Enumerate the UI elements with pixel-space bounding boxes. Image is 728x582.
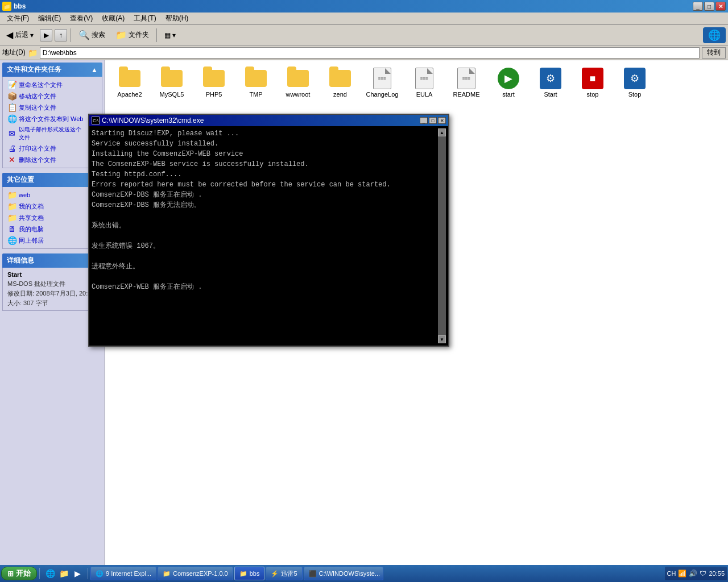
stop-small-label: stop: [587, 91, 599, 98]
file-icons-row: Apache2 MySQL5 PHP5: [105, 60, 728, 105]
maximize-button[interactable]: □: [704, 2, 714, 11]
taskbar-bbs-task[interactable]: 📁 bbs: [234, 567, 265, 580]
file-item-changelog[interactable]: ≡≡≡ ChangeLog: [362, 65, 402, 100]
taskbar-network-icon[interactable]: 📶: [678, 569, 686, 577]
start-label: 开始: [16, 568, 31, 579]
address-folder-icon: 📁: [28, 48, 38, 57]
taskbar-ie-task[interactable]: 🌐 9 Internet Expl...: [90, 567, 156, 580]
file-item-wwwroot[interactable]: wwwroot: [278, 65, 318, 100]
search-icon: 🔍: [78, 30, 90, 40]
menu-view[interactable]: 查看(V): [65, 13, 97, 24]
goto-button[interactable]: 转到: [702, 47, 726, 59]
cmd-minimize-button[interactable]: _: [420, 117, 428, 124]
email-label: 以电子邮件形式发送这个文件: [19, 126, 81, 142]
other-places-header[interactable]: 其它位置 ▲: [2, 173, 102, 187]
menu-edit[interactable]: 编辑(E): [34, 13, 65, 24]
details-title: 详细信息: [7, 256, 34, 265]
readme-icon-img: ≡≡≡: [455, 67, 478, 90]
taskbar-speaker-icon[interactable]: 🔊: [689, 569, 697, 577]
nav-mydocs-link[interactable]: 📁 我的文档: [7, 201, 97, 212]
file-item-zend[interactable]: zend: [320, 65, 360, 100]
nav-mypc-link[interactable]: 🖥 我的电脑: [7, 223, 97, 235]
publish-label: 将这个文件发布到 Web: [19, 115, 83, 123]
wwwroot-icon-img: [287, 67, 309, 90]
print-link[interactable]: 🖨 打印这个文件: [7, 143, 97, 154]
web-folder-icon: 📁: [7, 190, 16, 199]
close-button[interactable]: ✕: [715, 2, 726, 11]
file-tasks-header[interactable]: 文件和文件夹任务 ▲: [2, 63, 102, 77]
stop-large-icon-img: ⚙: [623, 67, 646, 90]
taskbar-ie-icon[interactable]: 🌐: [44, 568, 56, 579]
start-small-label: start: [502, 91, 514, 98]
taskbar-xunlei-task[interactable]: ⚡ 迅雷5: [266, 567, 302, 580]
title-bar-left: 📁 bbs: [2, 2, 26, 11]
taskbar-bbs-task-icon: 📁: [239, 570, 247, 577]
back-dropdown-icon: ▾: [30, 31, 34, 39]
taskbar-cmd-task-icon: ⬛: [309, 570, 317, 577]
file-item-readme[interactable]: ≡≡≡ README: [446, 65, 486, 100]
taskbar-sep-2: [88, 568, 88, 579]
nav-web-link[interactable]: 📁 web: [7, 189, 97, 201]
other-places-body: 📁 web 📁 我的文档 📁 共享文档 🖥 我的电脑: [2, 187, 102, 249]
detail-filename: Start: [7, 270, 97, 279]
taskbar-media-icon[interactable]: ▶: [72, 568, 83, 579]
cmd-scroll-down-button[interactable]: ▼: [438, 335, 446, 343]
menu-tools[interactable]: 工具(T): [129, 13, 160, 24]
search-button[interactable]: 🔍 搜索: [75, 27, 109, 43]
copy-link[interactable]: 📋 复制这个文件: [7, 102, 97, 113]
window-icon: 📁: [2, 2, 11, 11]
cmd-maximize-button[interactable]: □: [429, 117, 437, 124]
nav-network-link[interactable]: 🌐 网上邻居: [7, 235, 97, 246]
eula-label: EULA: [416, 91, 433, 98]
details-header[interactable]: 详细信息 ▲: [2, 253, 102, 268]
file-item-eula[interactable]: ≡≡≡ EULA: [404, 65, 444, 100]
file-item-mysql5[interactable]: MySQL5: [152, 65, 192, 100]
other-places-section: 其它位置 ▲ 📁 web 📁 我的文档 📁 共享文档: [2, 173, 102, 249]
readme-doc-lines: ≡≡≡: [462, 76, 470, 81]
file-item-php5[interactable]: PHP5: [194, 65, 234, 100]
publish-link[interactable]: 🌐 将这个文件发布到 Web: [7, 113, 97, 124]
file-item-tmp[interactable]: TMP: [236, 65, 276, 100]
back-arrow-icon: ◀: [6, 30, 13, 40]
zend-icon-img: [329, 67, 351, 90]
address-input[interactable]: [40, 47, 700, 59]
taskbar-cmd-task[interactable]: ⬛ C:\WINDOWS\syste...: [304, 567, 383, 580]
views-button[interactable]: ▦ ▾: [160, 27, 180, 43]
tmp-label: TMP: [249, 91, 262, 98]
taskbar-security-icon[interactable]: 🛡: [700, 569, 706, 577]
back-button[interactable]: ◀ 后退 ▾: [2, 27, 38, 43]
file-item-apache2[interactable]: Apache2: [110, 65, 150, 100]
rename-link[interactable]: 📝 重命名这个文件: [7, 79, 97, 90]
cmd-scroll-up-button[interactable]: ▲: [438, 128, 446, 136]
cmd-buttons: _ □ ✕: [420, 117, 446, 124]
up-button[interactable]: ↑: [55, 29, 67, 41]
menu-help[interactable]: 帮助(H): [161, 13, 193, 24]
nav-shareddocs-link[interactable]: 📁 共享文档: [7, 212, 97, 223]
email-link[interactable]: ✉ 以电子邮件形式发送这个文件: [7, 124, 97, 143]
menu-favorites[interactable]: 收藏(A): [97, 13, 129, 24]
file-tasks-section: 文件和文件夹任务 ▲ 📝 重命名这个文件 📦 移动这个文件 📋 复制这个文件: [2, 63, 102, 168]
apache2-icon-img: [118, 67, 141, 90]
rename-label: 重命名这个文件: [19, 81, 63, 89]
cmd-close-button[interactable]: ✕: [438, 117, 446, 124]
move-link[interactable]: 📦 移动这个文件: [7, 90, 97, 102]
delete-link[interactable]: ✕ 删除这个文件: [7, 154, 97, 165]
taskbar-comsenz-task[interactable]: 📁 ComsenzEXP-1.0.0: [158, 567, 233, 580]
copy-icon: 📋: [7, 103, 16, 112]
file-item-start-small[interactable]: ▶ start: [489, 65, 528, 100]
file-item-stop-large[interactable]: ⚙ Stop: [615, 65, 655, 100]
forward-button[interactable]: ▶: [40, 29, 52, 41]
main-window: 📁 bbs _ □ ✕ 文件(F) 编辑(E) 查看(V) 收藏(A) 工具(T…: [0, 0, 728, 565]
file-item-start-large[interactable]: ⚙ Start: [531, 65, 570, 100]
zend-label: zend: [333, 91, 347, 98]
folders-button[interactable]: 📁 文件夹: [111, 27, 153, 43]
file-item-stop-small[interactable]: ■ stop: [573, 65, 613, 100]
cmd-scroll-thumb[interactable]: [438, 136, 446, 335]
details-body: Start MS-DOS 批处理文件 修改日期: 2008年7月3日, 20:4…: [2, 268, 102, 311]
taskbar-ie-task-label: 9 Internet Expl...: [106, 570, 151, 577]
minimize-button[interactable]: _: [693, 2, 703, 11]
cmd-output[interactable]: Starting Discuz!EXP, please wait ... Ser…: [92, 128, 438, 343]
start-button[interactable]: ⊞ 开始: [1, 567, 37, 580]
menu-file[interactable]: 文件(F): [2, 13, 34, 24]
taskbar-folder-icon[interactable]: 📁: [58, 568, 69, 579]
